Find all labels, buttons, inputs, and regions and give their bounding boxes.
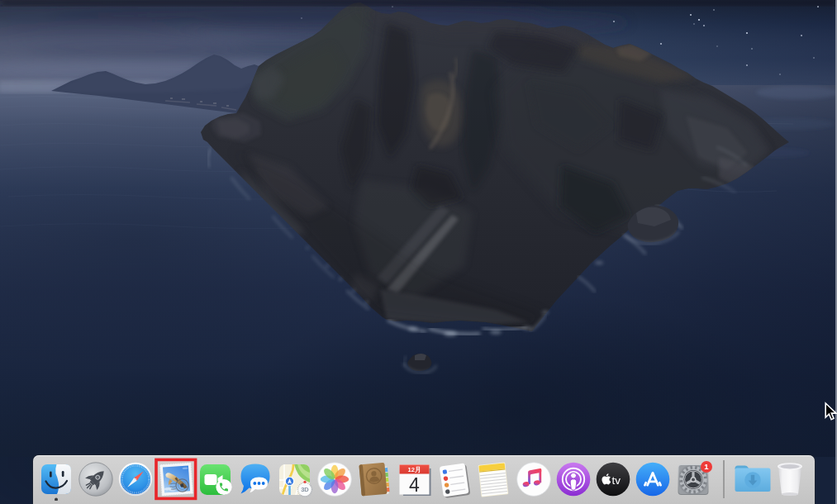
- svg-text:3D: 3D: [301, 486, 309, 493]
- svg-text:1: 1: [704, 462, 709, 471]
- svg-text:tv: tv: [612, 474, 621, 487]
- svg-text:4: 4: [409, 474, 420, 496]
- svg-text:12月: 12月: [408, 466, 421, 473]
